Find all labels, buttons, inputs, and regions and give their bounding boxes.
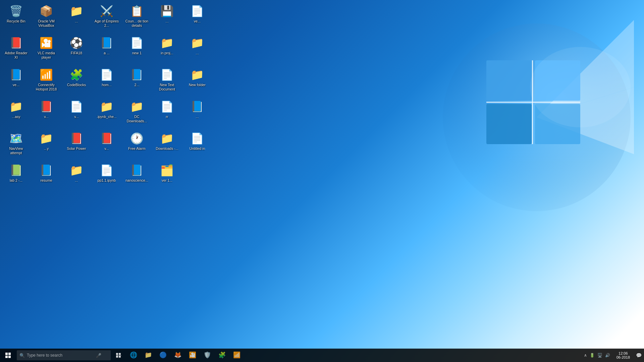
desktop-icon-navview[interactable]: 🗺️NavView attempt <box>3 130 30 162</box>
icon-image-oracle-vm: 📦 <box>40 4 53 18</box>
desktop-icon-adobe[interactable]: 📕Adobe Reader XI <box>3 35 30 66</box>
icon-image-untitled-in: 📄 <box>191 132 204 145</box>
icon-image-new1: 📄 <box>130 36 144 50</box>
speaker-icon[interactable]: 🔊 <box>604 353 611 358</box>
icon-image-ipynb: 📁 <box>100 100 113 113</box>
taskbar-firefox-button[interactable]: 🦊 <box>170 349 185 362</box>
icon-image-rr: 📄 <box>160 100 174 113</box>
desktop-icon-v2[interactable]: 📕v... <box>93 130 120 162</box>
desktop-icon-pp1[interactable]: 📄pp1.1.ipynb <box>93 162 120 189</box>
icon-label-solar-power: Solar Power <box>67 146 86 151</box>
desktop-icon-new-text-doc[interactable]: 📄New Text Document <box>154 66 180 98</box>
desktop-icon-rr[interactable]: 📄rr <box>154 98 180 130</box>
desktop-icon-dc-downloads[interactable]: 📁DC Downloads... <box>123 98 150 130</box>
desktop-icon-connectify[interactable]: 📶Connectify Hotspot 2018 <box>33 66 60 98</box>
taskbar-app7-button[interactable]: 🧩 <box>215 349 229 362</box>
icon-image-folder2: 📁 <box>160 36 174 50</box>
desktop-icon-cpp-lab[interactable]: 📗lab 2 -... <box>3 162 30 189</box>
icon-image-pp1: 📄 <box>100 164 113 177</box>
taskbar-app6-button[interactable]: 🛡️ <box>200 349 215 362</box>
desktop-icon-word2[interactable]: 📘2... <box>123 66 150 98</box>
desktop-icon-vlc[interactable]: 🎦VLC media player <box>33 35 60 66</box>
microphone-icon[interactable]: 🎤 <box>96 353 101 358</box>
icon-label-word1: a ... <box>104 51 110 55</box>
taskbar-search-bar[interactable]: 🔍 🎤 <box>17 350 111 360</box>
taskbar-edge-button[interactable]: 🌐 <box>126 349 141 362</box>
desktop-icon-fifa18[interactable]: ⚽FIFA18 <box>63 35 90 66</box>
desktop-icon-new-folder[interactable]: 📁New folder <box>184 66 211 98</box>
desktop-icon-ipynb[interactable]: 📁.ipynb_che... <box>93 98 120 130</box>
icon-image-new-folder: 📁 <box>191 68 204 81</box>
icon-label-folder5: ...y <box>44 146 49 151</box>
network-icon[interactable]: 🖥️ <box>596 353 603 358</box>
icon-image-age-of-empires: ⚔️ <box>100 4 113 18</box>
taskbar-clock[interactable]: 12:06 06-2018 <box>613 349 633 362</box>
desktop-icon-wordve[interactable]: 📘ve... <box>3 66 30 98</box>
desktop-icon-item7[interactable]: 📄ve... <box>184 3 211 35</box>
icon-image-pdf1: 📕 <box>40 100 53 113</box>
icon-image-fifa18: ⚽ <box>70 36 83 50</box>
desktop-icon-folder2[interactable]: 📁in proj... <box>154 35 180 66</box>
desktop-icon-new1[interactable]: 📄new 1 <box>123 35 150 66</box>
icon-label-word2: 2... <box>135 83 140 87</box>
desktop-icon-folder6[interactable]: 📁... <box>63 162 90 189</box>
start-button[interactable] <box>0 349 16 362</box>
taskbar-chrome-button[interactable]: 🔵 <box>156 349 170 362</box>
desktop-icon-solar-power[interactable]: 📕Solar Power <box>63 130 90 162</box>
desktop-icon-folder3[interactable]: 📁... <box>184 35 211 66</box>
desktop-icon-word1[interactable]: 📘a ... <box>93 35 120 66</box>
icon-image-folder1: 📁 <box>70 4 83 18</box>
icon-label-resume: resume <box>40 178 52 183</box>
icon-image-downloads: 📁 <box>160 132 174 145</box>
icon-label-folder1: ... <box>75 19 78 23</box>
icon-label-pp1: pp1.1.ipynb <box>98 178 116 183</box>
desktop-icon-folder1[interactable]: 📁... <box>63 3 90 35</box>
taskbar-vlc-button[interactable]: 🎦 <box>185 349 200 362</box>
clock-time: 12:06 <box>619 351 628 355</box>
tray-expand-icon[interactable]: ∧ <box>583 353 588 358</box>
icon-image-codeblocks: 🧩 <box>70 68 83 81</box>
desktop-icon-age-of-empires[interactable]: ⚔️Age of Empires 2... <box>93 3 120 35</box>
desktop-icon-resume[interactable]: 📘resume <box>33 162 60 189</box>
icon-label-folder6: ... <box>75 178 78 183</box>
desktop-icon-partial[interactable]: 📄v... <box>63 98 90 130</box>
desktop-icon-word3[interactable]: 📘... <box>184 98 211 130</box>
icon-image-adobe: 📕 <box>9 36 23 50</box>
desktop-icon-floppy[interactable]: 💾... <box>154 3 180 35</box>
desktop-icon-untitled-in[interactable]: 📄Untitled in <box>184 130 211 162</box>
svg-point-11 <box>530 47 631 127</box>
icon-label-rr: rr <box>166 115 168 119</box>
icon-label-folder2: in proj... <box>161 51 173 55</box>
taskbar-explorer-button[interactable]: 📁 <box>141 349 156 362</box>
desktop-icon-folder5[interactable]: 📁...y <box>33 130 60 162</box>
clock-date: 06-2018 <box>616 355 630 359</box>
taskbar-apps: 🌐 📁 🔵 🦊 🎦 🛡️ 🧩 📶 <box>126 349 581 362</box>
desktop-icon-oracle-vm[interactable]: 📦Oracle VM VirtualBox <box>33 3 60 35</box>
icon-label-word3: ... <box>196 115 199 119</box>
windows-logo <box>439 20 634 215</box>
task-view-button[interactable] <box>111 349 126 362</box>
desktop-icon-ver1[interactable]: 🗂️ver 1... <box>154 162 180 189</box>
icon-label-nanoscience: nanoscience... <box>125 178 148 183</box>
icon-image-connectify: 📶 <box>40 68 53 81</box>
desktop-icon-pdf1[interactable]: 📕v... <box>33 98 60 130</box>
icon-image-folder5: 📁 <box>40 132 53 145</box>
icon-label-countdown: Coun... de tion details <box>124 19 149 27</box>
taskbar-app8-button[interactable]: 📶 <box>229 349 244 362</box>
desktop-icon-countdown[interactable]: 📋Coun... de tion details <box>123 3 150 35</box>
desktop-icon-folder4[interactable]: 📁...asy <box>3 98 30 130</box>
search-input[interactable] <box>27 353 94 358</box>
svg-rect-21 <box>116 355 121 356</box>
icon-image-partial: 📄 <box>70 100 83 113</box>
desktop-icon-textfile2[interactable]: 📄hom... <box>93 66 120 98</box>
svg-rect-15 <box>8 356 11 358</box>
icon-label-free-alarm: Free Alarm <box>128 146 145 151</box>
svg-rect-17 <box>119 353 121 355</box>
notification-center-button[interactable]: 💬 <box>633 349 644 362</box>
battery-icon[interactable]: 🔋 <box>589 353 596 358</box>
desktop-icon-recycle-bin[interactable]: 🗑️Recycle Bin <box>3 3 30 35</box>
desktop-icon-downloads[interactable]: 📁Downloads -... <box>154 130 180 162</box>
desktop-icon-codeblocks[interactable]: 🧩CodeBlocks <box>63 66 90 98</box>
desktop-icon-nanoscience[interactable]: 📘nanoscience... <box>123 162 150 189</box>
desktop-icon-free-alarm[interactable]: 🕐Free Alarm <box>123 130 150 162</box>
